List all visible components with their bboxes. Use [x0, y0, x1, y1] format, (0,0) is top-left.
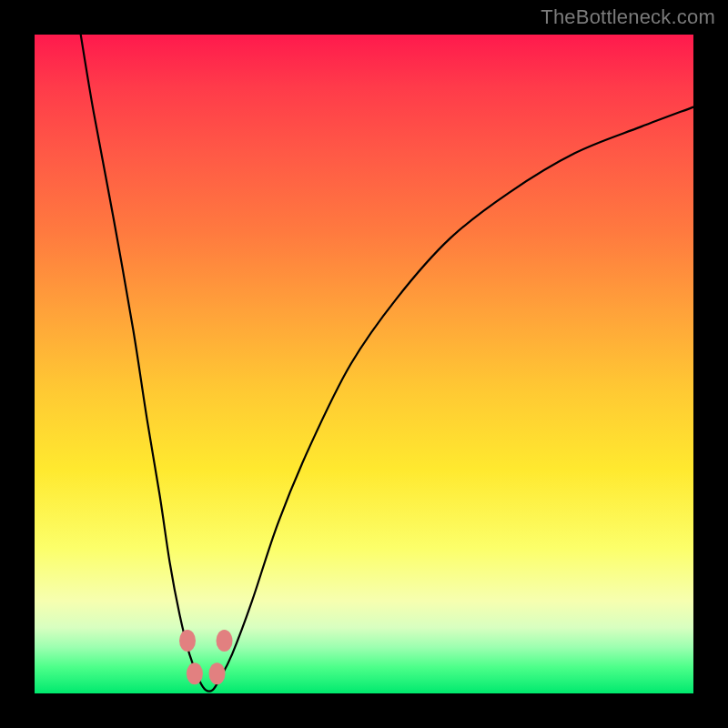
- chart-frame: TheBottleneck.com: [0, 0, 728, 728]
- curve-svg: [35, 35, 693, 693]
- watermark-text: TheBottleneck.com: [541, 5, 715, 29]
- trough-bead: [179, 630, 196, 652]
- bottleneck-curve: [81, 35, 693, 692]
- trough-bead: [187, 662, 203, 684]
- trough-bead: [217, 630, 233, 652]
- plot-area: [35, 35, 693, 693]
- trough-beads: [179, 630, 233, 684]
- trough-bead: [209, 662, 226, 684]
